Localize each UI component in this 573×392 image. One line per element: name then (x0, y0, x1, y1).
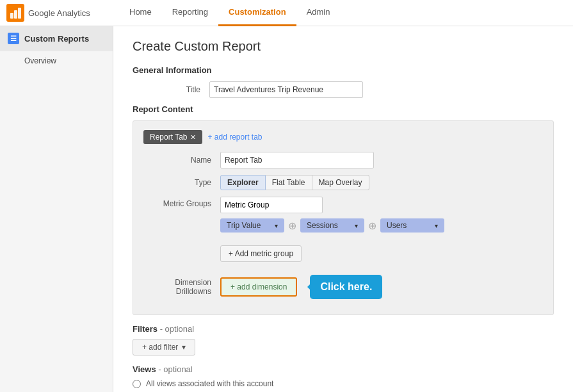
pill-arrow-sessions: ▾ (355, 222, 358, 229)
pill-arrow-users: ▾ (435, 222, 438, 229)
name-input[interactable] (220, 152, 374, 168)
add-dimension-button[interactable]: + add dimension (220, 277, 297, 297)
type-btn-map-overlay[interactable]: Map Overlay (312, 175, 369, 190)
views-radio-all-label: All views associated with this account (146, 379, 273, 388)
pill-arrow-trip-value: ▾ (275, 222, 278, 229)
filters-optional-text: - optional (160, 324, 194, 334)
custom-reports-icon: ☰ (8, 33, 19, 44)
metric-users-label: Users (387, 221, 407, 230)
nav-reporting[interactable]: Reporting (162, 0, 218, 26)
top-nav: Google Analytics Home Reporting Customiz… (0, 0, 573, 26)
metric-pill-users[interactable]: Users ▾ (380, 218, 444, 233)
nav-customization[interactable]: Customization (218, 0, 296, 26)
filters-section: Filters - optional + add filter ▾ (133, 324, 554, 355)
type-row: Type Explorer Flat Table Map Overlay (143, 175, 543, 190)
sidebar-item-custom-reports[interactable]: ☰ Custom Reports (0, 26, 113, 51)
type-label: Type (143, 178, 220, 187)
metric-groups-row: Metric Groups Trip Value ▾ ⊕ Sessions ▾ (143, 197, 543, 268)
tabs-row: Report Tab ✕ + add report tab (143, 130, 543, 144)
click-here-tooltip: Click here. (310, 275, 382, 299)
views-label: Views - optional (133, 364, 554, 374)
dimension-drilldowns-label: Dimension Drilldowns (143, 278, 220, 296)
report-content-section: Report Tab ✕ + add report tab Name Type … (133, 120, 554, 315)
page-title: Create Custom Report (133, 39, 554, 54)
title-row: Title (133, 81, 554, 98)
click-here-text: Click here. (320, 281, 372, 292)
pill-connector-1: ⊕ (288, 220, 296, 232)
sidebar-label-overview: Overview (24, 56, 56, 65)
sidebar-label-custom-reports: Custom Reports (24, 34, 89, 44)
sidebar-item-overview[interactable]: Overview (0, 51, 113, 70)
metric-trip-value-label: Trip Value (227, 221, 261, 230)
views-optional-text: - optional (158, 364, 192, 374)
svg-rect-2 (14, 10, 17, 19)
type-btn-group: Explorer Flat Table Map Overlay (220, 175, 369, 190)
name-row: Name (143, 152, 543, 168)
main-content: Create Custom Report General Information… (113, 26, 573, 392)
add-filter-label: + add filter (142, 343, 178, 352)
metric-pill-sessions[interactable]: Sessions ▾ (300, 218, 364, 233)
report-content-label: Report Content (133, 104, 554, 114)
add-filter-button[interactable]: + add filter ▾ (133, 339, 195, 355)
report-tab[interactable]: Report Tab ✕ (143, 130, 202, 144)
main-nav: Home Reporting Customization Admin (119, 0, 340, 26)
nav-admin[interactable]: Admin (296, 0, 341, 26)
sidebar: ☰ Custom Reports Overview (0, 26, 113, 392)
pill-connector-2: ⊕ (368, 220, 376, 232)
metric-pill-trip-value[interactable]: Trip Value ▾ (220, 218, 284, 233)
views-section: Views - optional All views associated wi… (133, 364, 554, 392)
nav-home[interactable]: Home (119, 0, 162, 26)
app-name: Google Analytics (28, 8, 90, 18)
ga-logo-icon (6, 4, 24, 22)
metric-pills-row: Trip Value ▾ ⊕ Sessions ▾ ⊕ Users ▾ (220, 218, 444, 233)
logo-area: Google Analytics (6, 4, 119, 22)
svg-rect-3 (18, 8, 21, 19)
type-btn-explorer[interactable]: Explorer (220, 175, 266, 190)
views-radio-all: All views associated with this account (133, 379, 554, 388)
add-tab-link[interactable]: + add report tab (207, 133, 262, 142)
title-label: Title (133, 85, 209, 94)
metric-groups-label: Metric Groups (143, 197, 220, 208)
type-btn-flat-table[interactable]: Flat Table (266, 175, 312, 190)
general-info-label: General Information (133, 65, 554, 75)
filter-dropdown-icon: ▾ (182, 343, 186, 352)
close-tab-icon[interactable]: ✕ (190, 133, 196, 142)
layout: ☰ Custom Reports Overview Create Custom … (0, 26, 573, 392)
add-metric-group-button[interactable]: + Add metric group (220, 245, 302, 262)
metric-group-input[interactable] (220, 197, 323, 213)
views-radio-all-input[interactable] (133, 380, 141, 388)
report-tab-label: Report Tab (150, 133, 187, 142)
metric-groups-area: Trip Value ▾ ⊕ Sessions ▾ ⊕ Users ▾ (220, 197, 444, 262)
metric-sessions-label: Sessions (307, 221, 338, 230)
dimension-drilldowns-row: Dimension Drilldowns + add dimension Cli… (143, 275, 543, 299)
title-input[interactable] (209, 81, 363, 98)
filters-label: Filters - optional (133, 324, 554, 334)
name-label: Name (143, 156, 220, 165)
svg-rect-1 (10, 13, 13, 19)
